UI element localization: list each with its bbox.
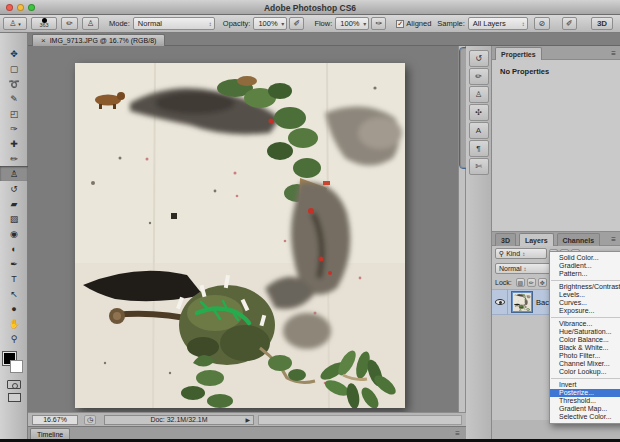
menu-item-threshold[interactable]: Threshold... [550, 397, 620, 405]
menu-item-vibrance[interactable]: Vibrance... [550, 320, 620, 328]
marquee-tool[interactable]: ▢ [0, 61, 28, 76]
history-brush-tool[interactable]: ↺ [0, 181, 28, 196]
tab-properties[interactable]: Properties [495, 47, 542, 60]
move-tool[interactable]: ✥ [0, 46, 28, 61]
pen-tool[interactable]: ✒ [0, 256, 28, 271]
menu-item-selective-color[interactable]: Selective Color... [550, 413, 620, 421]
menu-item-color-lookup[interactable]: Color Lookup... [550, 368, 620, 376]
menu-item-solid-color[interactable]: Solid Color... [550, 254, 620, 262]
menu-item-pattern[interactable]: Pattern... [550, 270, 620, 278]
lasso-tool[interactable]: ➰ [0, 76, 28, 91]
layer-thumbnail[interactable] [512, 292, 532, 312]
close-document-icon[interactable]: × [41, 36, 46, 45]
panel-history-button[interactable]: ↺ [469, 50, 489, 67]
blend-mode-select[interactable]: Normal ↕ [495, 263, 553, 274]
menu-item-levels[interactable]: Levels... [550, 291, 620, 299]
lock-transparency-icon[interactable]: ▨ [516, 278, 525, 287]
move-tool-icon: ✥ [10, 49, 18, 59]
lock-position-icon-icon: ✥ [540, 279, 545, 286]
panel-clone-source-button-icon: ♙ [475, 90, 482, 99]
ignore-adjustment-layers-button[interactable]: ⊘ [534, 17, 550, 30]
type-tool[interactable]: T [0, 271, 28, 286]
tablet-opacity-button[interactable]: ✐ [289, 17, 304, 30]
lock-label: Lock: [495, 279, 512, 286]
panel-brush-button[interactable]: ✏ [469, 68, 489, 85]
zoom-level-field[interactable]: 16.67% [32, 415, 78, 425]
panel-clone-source-button[interactable]: ♙ [469, 86, 489, 103]
menu-item-posterize[interactable]: Posterize... [550, 389, 620, 397]
quick-selection-tool[interactable]: ✎ [0, 91, 28, 106]
menu-item-gradient-map[interactable]: Gradient Map... [550, 405, 620, 413]
flow-select[interactable]: 100% ▾ [335, 17, 369, 30]
opacity-select[interactable]: 100% ▾ [253, 17, 287, 30]
lock-position-icon[interactable]: ✥ [538, 278, 547, 287]
menu-item-channel-mixer[interactable]: Channel Mixer... [550, 360, 620, 368]
panel-character-button[interactable]: A [469, 122, 489, 139]
tab-3d[interactable]: 3D [495, 233, 516, 246]
menu-item-brightness-contrast[interactable]: Brightness/Contrast... [550, 283, 620, 291]
blur-tool[interactable]: ◉ [0, 226, 28, 241]
document-image[interactable] [75, 63, 405, 408]
zoom-tool[interactable]: ⚲ [0, 331, 28, 346]
gradient-tool[interactable]: ▨ [0, 211, 28, 226]
properties-panel-menu-icon[interactable]: ≡ [611, 49, 616, 58]
chevron-down-icon: ▾ [18, 21, 21, 27]
menu-item-photo-filter[interactable]: Photo Filter... [550, 352, 620, 360]
panel-brush-presets-button[interactable]: ✣ [469, 104, 489, 121]
lock-pixels-icon-icon: ✏ [529, 279, 534, 286]
menu-item-black-white[interactable]: Black & White... [550, 344, 620, 352]
airbrush-button[interactable]: ✑ [371, 17, 386, 30]
lock-pixels-icon[interactable]: ✏ [527, 278, 536, 287]
crop-tool[interactable]: ◰ [0, 106, 28, 121]
workspace-switcher[interactable]: 3D [591, 17, 613, 30]
menu-item-invert[interactable]: Invert [550, 381, 620, 389]
shape-tool[interactable]: ● [0, 301, 28, 316]
toggle-brush-panel-button[interactable]: ✏ [61, 17, 78, 30]
tab-layers[interactable]: Layers [519, 233, 554, 246]
panel-paragraph-button[interactable]: ¶ [469, 140, 489, 157]
toggle-clone-source-button[interactable]: ♙ [82, 17, 99, 30]
canvas-horizontal-scrollbar[interactable] [258, 415, 462, 425]
menu-item-gradient[interactable]: Gradient... [550, 262, 620, 270]
brush-preset-picker[interactable]: 363 [31, 17, 57, 30]
aligned-checkbox[interactable]: ✓ [396, 20, 404, 28]
mode-label: Mode: [109, 19, 130, 28]
quick-mask-button[interactable] [0, 378, 28, 391]
screen-mode-button[interactable] [0, 391, 28, 404]
hand-tool[interactable]: ✋ [0, 316, 28, 331]
clone-stamp-icon: ♙ [9, 19, 16, 28]
menu-item-hue-saturation[interactable]: Hue/Saturation... [550, 328, 620, 336]
eyedropper-tool[interactable]: ✑ [0, 121, 28, 136]
tool-preset-picker[interactable]: ♙ ▾ [3, 17, 27, 30]
brush-tool[interactable]: ✏ [0, 151, 28, 166]
timeline-panel-menu-icon[interactable]: ≡ [455, 429, 460, 438]
marquee-tool-icon: ▢ [10, 64, 19, 74]
status-arrow-icon[interactable]: ▶ [245, 416, 250, 423]
document-size-field[interactable]: Doc: 32.1M/32.1M ▶ [104, 415, 254, 425]
path-selection-tool[interactable]: ↖ [0, 286, 28, 301]
tab-channels[interactable]: Channels [557, 233, 601, 246]
layer-filter-kind-select[interactable]: ⚲ Kind ↕ [495, 248, 547, 259]
collapsed-panel-dock: ↺✏♙✣A¶✄ [466, 46, 492, 439]
layer-visibility-toggle[interactable] [492, 289, 508, 315]
background-color-swatch[interactable] [10, 360, 23, 373]
status-scrubby-icon[interactable]: ◷ [84, 415, 96, 425]
color-swatches [0, 350, 28, 378]
eye-icon [495, 299, 505, 305]
layers-panel-menu-icon[interactable]: ≡ [611, 235, 616, 244]
menu-item-color-balance[interactable]: Color Balance... [550, 336, 620, 344]
menu-item-curves[interactable]: Curves... [550, 299, 620, 307]
eraser-tool[interactable]: ▰ [0, 196, 28, 211]
dodge-tool[interactable]: ◐ [0, 241, 28, 256]
menu-item-exposure[interactable]: Exposure... [550, 307, 620, 315]
tablet-size-button[interactable]: ✐ [562, 17, 577, 30]
mode-select[interactable]: Normal ↕ [133, 17, 215, 30]
panel-tool-presets-button[interactable]: ✄ [469, 158, 489, 175]
clone-stamp-tool[interactable]: ♙ [0, 166, 28, 181]
tools-panel: ✥▢➰✎◰✑✚✏♙↺▰▨◉◐✒T↖●✋⚲ [0, 33, 28, 439]
canvas-vertical-scrollbar[interactable] [458, 46, 466, 412]
zoom-tool-icon: ⚲ [11, 334, 18, 344]
healing-brush-tool[interactable]: ✚ [0, 136, 28, 151]
sample-select[interactable]: All Layers ↕ [468, 17, 528, 30]
document-tab[interactable]: × IMG_9713.JPG @ 16.7% (RGB/8) [32, 34, 165, 46]
